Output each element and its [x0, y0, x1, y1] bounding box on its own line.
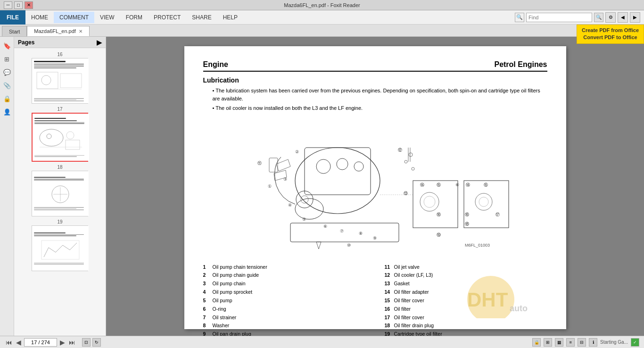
create-pdf-line1: Create PDF from Office: [582, 27, 639, 34]
page-thumb-19[interactable]: [32, 225, 88, 271]
comment-panel-icon[interactable]: 💬: [2, 67, 12, 77]
svg-text:④: ④: [288, 203, 292, 207]
part-8: 8Washer: [203, 322, 366, 330]
svg-text:⑩: ⑩: [347, 243, 351, 248]
svg-point-18: [295, 199, 323, 219]
svg-text:⑱: ⑱: [465, 222, 469, 226]
prev-page-btn[interactable]: ◀: [15, 339, 22, 346]
layers-icon[interactable]: ⊞: [2, 54, 12, 64]
pdf-page: Engine Petrol Engines Lubrication • The …: [184, 46, 566, 329]
search-input[interactable]: [526, 13, 592, 22]
layout-btn[interactable]: ⊡: [82, 338, 91, 347]
svg-point-17: [354, 162, 363, 171]
page-thumb-group-19: 19: [18, 219, 102, 271]
first-page-btn[interactable]: ⏮: [5, 339, 13, 346]
status-icon-2[interactable]: ⊞: [544, 338, 552, 347]
status-icon-3[interactable]: ▦: [555, 338, 563, 347]
menu-bar: FILE HOME COMMENT VIEW FORM PROTECT SHAR…: [0, 10, 644, 25]
pages-panel-header: Pages ▶: [14, 37, 106, 48]
bottom-right: 🔒 ⊞ ▦ ≡ ⊟ ℹ Starting Ga... ✓: [532, 338, 639, 347]
tab-close-btn[interactable]: ✕: [79, 29, 83, 34]
window-title: Mazda6FL_en.pdf - Foxit Reader: [41, 2, 603, 8]
form-menu-item[interactable]: FORM: [120, 12, 148, 23]
part-4: 4Oil pump sprocket: [203, 288, 366, 297]
svg-point-26: [475, 193, 492, 210]
window-restore-btn[interactable]: □: [14, 1, 23, 9]
part-1: 1Oil pump chain tensioner: [203, 263, 366, 272]
svg-text:⑫: ⑫: [398, 148, 402, 152]
svg-point-23: [420, 192, 439, 211]
pages-scroll-area[interactable]: 16: [14, 48, 106, 336]
svg-text:⑯: ⑯: [465, 212, 469, 217]
parts-list: 1Oil pump chain tensioner 2Oil pump chai…: [203, 263, 547, 336]
share-menu-item[interactable]: SHARE: [186, 12, 217, 23]
window-minimize-btn[interactable]: ─: [4, 1, 12, 9]
search-submit-btn[interactable]: 🔍: [594, 13, 603, 22]
svg-point-19: [409, 153, 413, 157]
page-number-input[interactable]: [24, 338, 57, 347]
svg-rect-25: [464, 181, 509, 228]
rotate-btn[interactable]: ↻: [92, 338, 101, 347]
svg-text:⑧: ⑧: [359, 231, 363, 236]
pdf-view-area[interactable]: Engine Petrol Engines Lubrication • The …: [106, 37, 644, 336]
status-icon-4[interactable]: ≡: [566, 338, 575, 347]
svg-text:⑥: ⑥: [455, 182, 459, 187]
svg-text:⑮: ⑮: [437, 182, 441, 187]
svg-point-27: [479, 197, 488, 207]
help-menu-item[interactable]: HELP: [217, 12, 243, 23]
comment-menu-item[interactable]: COMMENT: [54, 12, 94, 23]
part-17: 17Oil filter cover: [385, 314, 547, 322]
status-text: Starting Ga...: [600, 340, 628, 345]
part-2: 2Oil pump chain guide: [203, 271, 366, 280]
bottom-toolbar: ⏮ ◀ ▶ ⏭ ⊡ ↻ 🔒 ⊞ ▦ ≡ ⊟ ℹ Starting Ga... ✓: [0, 336, 644, 348]
page-nav: ⏮ ◀ ▶ ⏭ ⊡ ↻: [5, 338, 101, 347]
svg-text:⑯: ⑯: [437, 212, 441, 217]
svg-text:⑪: ⑪: [257, 161, 262, 166]
page-num-16: 16: [57, 52, 62, 57]
tab-pdf[interactable]: Mazda6FL_en.pdf ✕: [27, 26, 90, 36]
svg-text:⑦: ⑦: [340, 229, 344, 233]
status-icon-6[interactable]: ℹ: [589, 338, 597, 347]
view-menu-item[interactable]: VIEW: [94, 12, 120, 23]
svg-rect-12: [41, 240, 79, 259]
svg-text:⑬: ⑬: [404, 191, 408, 196]
engine-diagram-container: ① ② ③ ④ ⑤ ⑥ ⑦ ⑧ ⑨ ⑩ ⑫ ⑬ ⑭ ⑮ ⑯ ⑭ ⑮: [203, 119, 547, 256]
search-prev-btn[interactable]: ◀: [618, 12, 628, 23]
bookmark-icon[interactable]: 🔖: [2, 41, 12, 51]
part-3: 3Oil pump chain: [203, 280, 366, 288]
svg-text:⑭: ⑭: [466, 182, 470, 187]
part-19: 19Cartridge type oil filter: [385, 330, 547, 336]
pdf-header-row: Engine Petrol Engines: [203, 60, 547, 72]
attach-icon[interactable]: 📎: [2, 80, 12, 91]
tab-start-label: Start: [9, 29, 20, 34]
user-icon[interactable]: 👤: [2, 107, 12, 117]
file-menu-btn[interactable]: FILE: [0, 10, 25, 25]
search-settings-btn[interactable]: ⚙: [605, 12, 616, 23]
tab-start[interactable]: Start: [2, 26, 27, 36]
status-icon-5[interactable]: ⊟: [578, 338, 586, 347]
page-num-18: 18: [57, 165, 62, 170]
page-thumb-17[interactable]: [32, 113, 88, 162]
protect-menu-item[interactable]: PROTECT: [148, 12, 186, 23]
pages-collapse-btn[interactable]: ▶: [97, 39, 102, 46]
lock-icon[interactable]: 🔒: [2, 93, 12, 104]
engine-diagram-svg: ① ② ③ ④ ⑤ ⑥ ⑦ ⑧ ⑨ ⑩ ⑫ ⑬ ⑭ ⑮ ⑯ ⑭ ⑮: [234, 119, 517, 256]
svg-text:①: ①: [268, 184, 272, 189]
search-icon: 🔍: [515, 13, 524, 22]
svg-point-13: [295, 148, 380, 214]
window-close-btn[interactable]: ✕: [25, 1, 33, 9]
svg-point-1: [41, 75, 51, 85]
svg-point-59: [301, 196, 308, 203]
page-thumb-16[interactable]: [32, 58, 88, 104]
page-thumb-18[interactable]: [32, 171, 88, 216]
part-15: 15Oil filter cover: [385, 297, 547, 305]
svg-text:⑨: ⑨: [373, 236, 377, 240]
home-menu-item[interactable]: HOME: [25, 12, 54, 23]
svg-rect-3: [60, 74, 82, 88]
last-page-btn[interactable]: ⏭: [68, 339, 76, 346]
search-next-btn[interactable]: ▶: [630, 12, 640, 23]
status-icon-1[interactable]: 🔒: [532, 338, 541, 347]
part-11: 11Oil jet valve: [385, 263, 547, 272]
next-page-btn[interactable]: ▶: [59, 339, 66, 346]
create-pdf-banner[interactable]: Create PDF from Office Convert PDF to Of…: [577, 25, 644, 44]
